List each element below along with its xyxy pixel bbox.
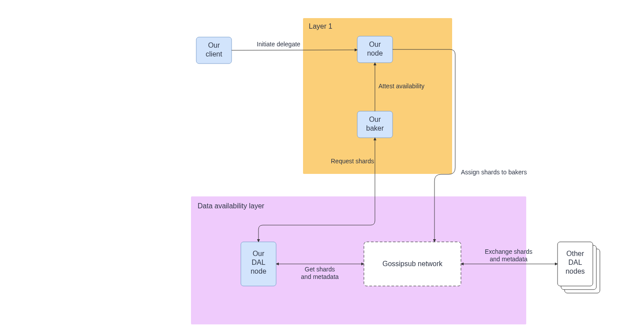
region-layer1-label: Layer 1 bbox=[309, 23, 332, 30]
svg-text:node: node bbox=[251, 267, 266, 275]
svg-text:Other: Other bbox=[566, 250, 584, 257]
node-our-node: Our node bbox=[357, 36, 393, 63]
svg-text:baker: baker bbox=[366, 124, 384, 132]
svg-text:nodes: nodes bbox=[565, 267, 585, 275]
edge-dalnode-to-gossip-label-l1: Get shards bbox=[305, 266, 335, 273]
edge-node-to-gossip-label: Assign shards to bakers bbox=[461, 169, 527, 176]
svg-text:Our: Our bbox=[253, 250, 265, 257]
svg-text:node: node bbox=[367, 49, 383, 57]
node-other-dal-nodes: Other DAL nodes bbox=[558, 242, 600, 293]
node-our-client: Our client bbox=[196, 37, 232, 64]
svg-text:DAL: DAL bbox=[568, 259, 582, 266]
svg-text:Gossipsub network: Gossipsub network bbox=[382, 260, 443, 267]
svg-text:Our: Our bbox=[208, 41, 220, 49]
edge-dalnode-to-baker-label: Request shards bbox=[331, 158, 374, 165]
node-our-baker: Our baker bbox=[357, 111, 393, 138]
svg-text:client: client bbox=[206, 50, 222, 58]
edge-dalnode-to-gossip-label-l2: and metadata bbox=[301, 273, 339, 280]
architecture-diagram: Layer 1 Data availability layer Our clie… bbox=[0, 0, 644, 335]
edge-gossip-to-otherdal-label-l1: Exchange shards bbox=[485, 248, 532, 255]
region-dal-label: Data availability layer bbox=[198, 202, 265, 210]
edge-gossip-to-otherdal-label-l2: and metadata bbox=[490, 256, 528, 263]
edge-baker-to-node-label: Attest availability bbox=[378, 83, 424, 90]
svg-text:DAL: DAL bbox=[251, 259, 265, 266]
svg-text:Our: Our bbox=[369, 41, 381, 48]
svg-text:Our: Our bbox=[369, 116, 381, 123]
edge-client-to-node-label: Initiate delegate bbox=[257, 41, 300, 48]
node-gossipsub-network: Gossipsub network bbox=[364, 242, 461, 286]
node-our-dal-node: Our DAL node bbox=[241, 242, 276, 286]
